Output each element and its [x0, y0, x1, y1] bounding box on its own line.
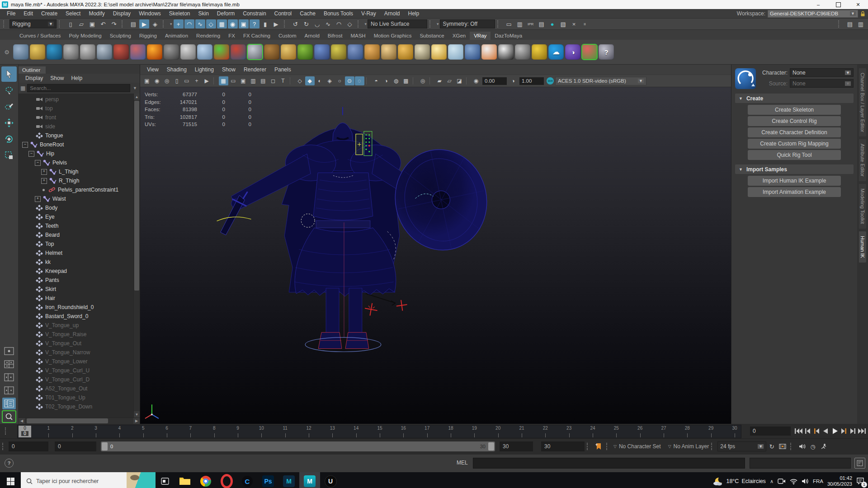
xray-joints-icon[interactable]: ⊙	[345, 76, 354, 85]
snap-point-icon[interactable]: ∿	[195, 19, 205, 28]
undo-icon[interactable]: ↶	[98, 19, 108, 28]
vray-spheres-icon[interactable]	[130, 44, 146, 60]
tab-attribute-editor[interactable]: Attribute Editor	[859, 139, 866, 181]
shelf-tab-fx[interactable]: FX	[224, 32, 239, 40]
panel-menu-renderer[interactable]: Renderer	[240, 66, 270, 73]
vray-heatmap-icon[interactable]	[214, 44, 229, 60]
redo-icon[interactable]: ↷	[109, 19, 119, 28]
menu-constrain[interactable]: Constrain	[239, 10, 270, 17]
timeline-tick-26[interactable]: 26	[637, 426, 642, 431]
vray-help-icon[interactable]: ?	[599, 44, 614, 60]
shelf-tab-daztomaya[interactable]: DazToMaya	[491, 32, 526, 40]
locator-cross[interactable]	[364, 299, 408, 317]
timeline-tick-7[interactable]: 7	[189, 426, 192, 431]
outliner-item-pants[interactable]: Pants	[19, 276, 133, 285]
menu-v-ray[interactable]: V-Ray	[357, 10, 380, 17]
camera-attributes-icon[interactable]: ◎	[162, 76, 172, 85]
scroll-down-icon[interactable]: ▼	[134, 411, 140, 418]
snap-together-icon[interactable]: ▣	[239, 19, 249, 28]
outliner-item-t02-tongue-down[interactable]: T02_Tongue_Down	[19, 402, 133, 411]
outliner-item-v-tongue-curl-u[interactable]: V_Tongue_Curl_U	[19, 366, 133, 375]
taskbar-app-unreal-engine[interactable]: U	[320, 472, 341, 488]
wireframe-icon[interactable]: ◇	[295, 76, 305, 85]
paint-selection-tool[interactable]	[1, 99, 17, 114]
snap-view-icon[interactable]: ▦	[217, 19, 227, 28]
lasso-tool[interactable]	[1, 83, 17, 98]
vray-save-scene-icon[interactable]	[13, 44, 28, 60]
outliner-item-v-tongue-narrow[interactable]: V_Tongue_Narrow	[19, 348, 133, 357]
new-scene-icon[interactable]: ▯	[66, 19, 75, 28]
scale-tool[interactable]	[1, 148, 17, 163]
playhead[interactable]: 0 0	[19, 426, 31, 437]
grip-handle[interactable]	[429, 20, 434, 28]
shelf-tab-fx-caching[interactable]: FX Caching	[239, 32, 274, 40]
timeline-tick-22[interactable]: 22	[543, 426, 548, 431]
smooth-shade-icon[interactable]: ◆	[305, 76, 315, 85]
copy-view-icon[interactable]: ▱	[445, 76, 454, 85]
outliner-item-v-tongue-curl-d[interactable]: V_Tongue_Curl_D	[19, 375, 133, 384]
symmetry-field[interactable]: Symmetry: Off	[440, 19, 495, 28]
lock-icon[interactable]	[860, 11, 865, 17]
shelf-tab-substance[interactable]: Substance	[415, 32, 448, 40]
field-chart-icon[interactable]: ▤	[259, 76, 268, 85]
layout-zoom[interactable]	[2, 411, 16, 422]
xray-active-icon[interactable]: ◌	[355, 76, 364, 85]
vray-plane-icon[interactable]	[448, 44, 463, 60]
vray-plugin-icon[interactable]	[63, 44, 79, 60]
vray-spot-light-icon[interactable]	[415, 44, 430, 60]
vray-export-proxy-icon[interactable]	[30, 44, 45, 60]
clock[interactable]: 01:42 30/05/2023	[827, 475, 852, 487]
timeline-tick-2[interactable]: 2	[71, 426, 74, 431]
play-forwards-button[interactable]	[830, 427, 839, 435]
tear-off-copy-icon[interactable]: ▰	[435, 76, 444, 85]
tray-expand-icon[interactable]: ∧	[770, 479, 774, 484]
shelf-tab-animation[interactable]: Animation	[161, 32, 192, 40]
timeline-tick-4[interactable]: 4	[118, 426, 121, 431]
menu-help[interactable]: Help	[404, 10, 423, 17]
vray-flower-icon[interactable]	[314, 44, 330, 60]
menu-skeleton[interactable]: Skeleton	[165, 10, 194, 17]
scroll-left-icon[interactable]: ◀	[19, 418, 25, 424]
range-slider[interactable]: 0 30	[101, 441, 495, 451]
vray-light-lister-icon[interactable]	[532, 44, 547, 60]
select-tool[interactable]	[1, 66, 17, 82]
select-camera-icon[interactable]: ▣	[142, 76, 152, 85]
outliner-item-hair[interactable]: Hair	[19, 294, 133, 303]
language-indicator[interactable]: FRA	[813, 479, 823, 484]
gamma-field[interactable]: 1.00	[519, 77, 544, 85]
loop-playback-icon[interactable]: ↻	[766, 442, 777, 451]
menu-arnold[interactable]: Arnold	[380, 10, 404, 17]
timeline-tick-20[interactable]: 20	[495, 426, 500, 431]
quick-rig-tool-button[interactable]: Quick Rig Tool	[748, 150, 841, 160]
render-settings-icon[interactable]: ▤	[537, 19, 547, 28]
vray-moon-icon[interactable]	[247, 44, 263, 60]
section-header-import-samples[interactable]: ▼Import Samples	[735, 164, 854, 174]
resolution-gate-icon[interactable]: ▣	[239, 76, 248, 85]
taskbar-app-opera[interactable]	[216, 472, 237, 488]
outliner-item-front[interactable]: front	[19, 113, 133, 122]
layout-single-pane[interactable]	[2, 345, 16, 357]
vray-rope-icon[interactable]	[331, 44, 346, 60]
layout-four-pane[interactable]	[2, 358, 16, 370]
vray-sphere-wire-icon[interactable]	[348, 44, 363, 60]
shelf-tab-custom[interactable]: Custom	[274, 32, 301, 40]
shelf-tab-curves-surfaces[interactable]: Curves / Surfaces	[15, 32, 65, 40]
snap-center-icon[interactable]: ◉	[228, 19, 238, 28]
scroll-right-icon[interactable]: ▶	[133, 418, 140, 424]
panel-menu-panels[interactable]: Panels	[270, 66, 295, 73]
layout-outliner-persp[interactable]	[2, 398, 16, 409]
step-forward-key-button[interactable]	[840, 427, 848, 435]
menu-create[interactable]: Create	[37, 10, 61, 17]
timeline-tick-19[interactable]: 19	[472, 426, 477, 431]
vray-render-window-icon[interactable]	[515, 44, 530, 60]
layout-two-pane-side[interactable]	[2, 371, 16, 383]
expander-expand-icon[interactable]: +	[35, 196, 41, 202]
taskbar-app-maya-current[interactable]: M	[299, 472, 320, 488]
isolate-select-icon[interactable]: ◎	[418, 76, 428, 85]
shelf-tab-vray[interactable]: VRay	[470, 32, 491, 40]
lock-selection-icon[interactable]: ▮	[260, 19, 270, 28]
panel-menu-view[interactable]: View	[143, 66, 163, 73]
range-end-handle[interactable]	[488, 442, 494, 450]
shelf-tab-arnold[interactable]: Arnold	[301, 32, 324, 40]
overlay-panel-icon[interactable]: ◪	[455, 76, 464, 85]
